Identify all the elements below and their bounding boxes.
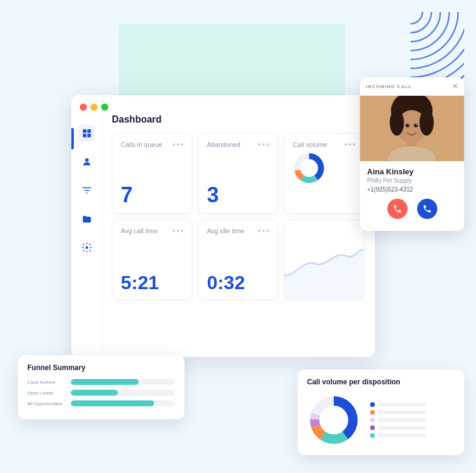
card-label: Call volume xyxy=(293,141,327,148)
abandoned-card: Abandoned 3 xyxy=(198,133,278,214)
svg-point-26 xyxy=(419,109,434,136)
dot xyxy=(345,143,347,146)
page-title: Dashboard xyxy=(112,114,364,125)
svg-point-29 xyxy=(406,124,410,127)
window-minimize[interactable] xyxy=(90,104,98,111)
metric-value: 5:21 xyxy=(121,273,183,292)
svg-rect-14 xyxy=(83,134,86,137)
window-controls xyxy=(80,104,108,111)
legend-dot xyxy=(370,418,375,422)
funnel-bar-bg xyxy=(71,379,175,385)
card-label: Avg call time xyxy=(121,227,158,234)
close-icon[interactable]: ✕ xyxy=(452,82,458,90)
svg-rect-15 xyxy=(87,134,90,137)
legend-label-line xyxy=(378,426,426,430)
card-header: Calls in queue xyxy=(121,141,183,148)
calls-in-queue-card: Calls in queue 7 xyxy=(112,133,192,214)
metric-value: 3 xyxy=(207,184,270,206)
svg-point-32 xyxy=(416,124,418,126)
metrics-grid: Calls in queue 7 Abandoned xyxy=(112,133,364,300)
legend-label-line xyxy=(378,411,426,414)
dot xyxy=(181,143,183,146)
svg-rect-12 xyxy=(83,129,86,133)
svg-point-30 xyxy=(414,124,418,127)
caller-name: Aina Kinsley xyxy=(367,167,457,176)
caller-company: Philly Pet Supply xyxy=(367,177,457,184)
card-header: Call volume xyxy=(293,141,355,148)
call-volume-card: Call volume xyxy=(284,133,364,214)
sidebar-item-settings[interactable] xyxy=(79,239,95,256)
dot xyxy=(173,230,175,232)
incoming-call-header: INCOMING CALL ✕ xyxy=(360,77,464,96)
card-menu-dots[interactable] xyxy=(258,143,269,146)
metric-value: 7 xyxy=(121,184,183,206)
dashboard-window: Dashboard Calls in queue 7 Abandoned xyxy=(71,95,375,357)
card-menu-dots[interactable] xyxy=(345,143,355,146)
funnel-row-open-leads: Open Leads xyxy=(27,390,175,396)
call-actions xyxy=(367,199,457,225)
disposition-title: Call volume per disposition xyxy=(307,378,455,386)
card-menu-dots[interactable] xyxy=(258,230,269,232)
funnel-bar-fill xyxy=(71,400,154,406)
svg-rect-13 xyxy=(87,129,90,133)
dot xyxy=(267,143,269,146)
svg-point-2 xyxy=(390,12,431,33)
legend-dot xyxy=(370,433,375,438)
funnel-bar-bg xyxy=(71,400,175,406)
dot xyxy=(267,230,269,232)
dot xyxy=(262,143,265,146)
sidebar-item-dashboard[interactable] xyxy=(79,125,95,142)
sidebar-item-contacts[interactable] xyxy=(79,154,95,170)
card-menu-dots[interactable] xyxy=(173,143,183,146)
accept-call-button[interactable] xyxy=(417,199,437,219)
funnel-label: Case Actions xyxy=(27,380,66,385)
donut-chart xyxy=(307,393,361,447)
legend-item xyxy=(370,410,426,415)
wave-chart-card xyxy=(284,220,364,300)
legend-label-line xyxy=(378,434,426,437)
funnel-summary-card: Funnel Summary Case Actions Open Leads A… xyxy=(18,355,184,419)
card-label: Calls in queue xyxy=(121,141,162,148)
funnel-label: Open Leads xyxy=(27,390,66,396)
sidebar-item-filter[interactable] xyxy=(79,182,95,199)
decline-call-button[interactable] xyxy=(387,199,408,219)
svg-point-1 xyxy=(399,12,422,24)
svg-point-25 xyxy=(390,109,404,136)
funnel-row-all-opportunities: All Opportunities xyxy=(27,400,175,406)
main-content: Dashboard Calls in queue 7 Abandoned xyxy=(102,95,375,357)
dot xyxy=(353,143,355,146)
sidebar-active-indicator xyxy=(71,128,74,149)
dot xyxy=(349,143,351,146)
funnel-title: Funnel Summary xyxy=(27,364,175,372)
dot xyxy=(181,230,183,232)
card-label: Avg idle time xyxy=(207,227,245,234)
window-close[interactable] xyxy=(80,104,87,111)
mini-donut xyxy=(293,152,355,187)
legend-item xyxy=(370,402,426,407)
disposition-card: Call volume per disposition xyxy=(298,369,464,455)
legend-dot xyxy=(370,402,375,407)
avg-call-time-card: Avg call time 5:21 xyxy=(112,220,192,300)
sidebar-item-files[interactable] xyxy=(79,211,95,227)
card-header: Avg idle time xyxy=(207,227,270,234)
disposition-content xyxy=(307,393,455,447)
legend-item xyxy=(370,425,426,430)
svg-point-31 xyxy=(408,124,409,126)
dot xyxy=(258,230,261,232)
incoming-call-card: INCOMING CALL ✕ Ai xyxy=(360,77,464,231)
dot xyxy=(173,143,175,146)
svg-point-16 xyxy=(85,158,89,162)
caller-photo xyxy=(360,96,464,161)
funnel-row-case-actions: Case Actions xyxy=(27,379,175,385)
sidebar xyxy=(71,95,102,357)
card-menu-dots[interactable] xyxy=(173,230,183,232)
dot xyxy=(258,143,261,146)
metric-value: 0:32 xyxy=(207,273,270,292)
legend-label-line xyxy=(378,418,426,422)
window-maximize[interactable] xyxy=(101,104,108,111)
svg-point-4 xyxy=(372,12,449,51)
incoming-call-label: INCOMING CALL xyxy=(366,84,412,89)
funnel-bar-fill xyxy=(71,390,118,396)
svg-point-5 xyxy=(363,12,458,59)
legend-label-line xyxy=(378,403,426,406)
